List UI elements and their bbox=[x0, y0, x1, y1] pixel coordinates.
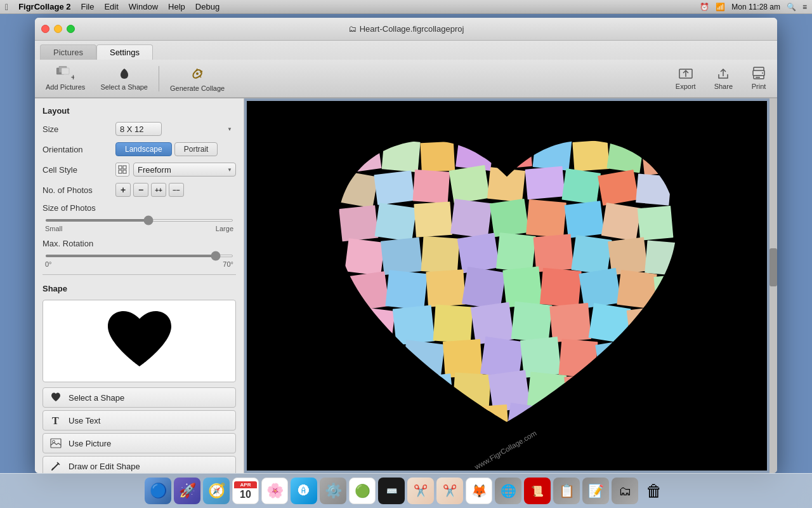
cell-style-select[interactable]: Freeform Grid Mosaic bbox=[133, 163, 236, 177]
menubar-control-center-icon[interactable]: ≡ bbox=[802, 3, 807, 11]
use-picture-button[interactable]: Use Picture bbox=[43, 433, 236, 453]
vertical-scrollbar[interactable] bbox=[769, 98, 777, 473]
export-icon bbox=[678, 67, 693, 81]
svg-rect-42 bbox=[561, 168, 601, 204]
toolbar-share[interactable]: Share bbox=[707, 67, 740, 90]
menu-help[interactable]: Help bbox=[168, 2, 185, 11]
dock-notes[interactable]: 📝 bbox=[582, 478, 609, 504]
size-photos-small-label: Small bbox=[45, 225, 63, 232]
svg-rect-66 bbox=[462, 267, 506, 310]
menu-edit[interactable]: Edit bbox=[104, 2, 118, 11]
cell-style-select-wrapper: Freeform Grid Mosaic bbox=[133, 163, 236, 177]
no-photos-row: No. of Photos + − ++ −− bbox=[43, 183, 236, 197]
dock-mail[interactable]: 📋 bbox=[553, 478, 580, 504]
titlebar: 🗂 Heart-Collage.figrcollageproj bbox=[35, 18, 777, 41]
layout-section: Layout Size 8 X 12 4 X 6 5 X 7 8 X 10 11… bbox=[43, 106, 236, 268]
size-row: Size 8 X 12 4 X 6 5 X 7 8 X 10 11 X 14 bbox=[43, 122, 236, 136]
toolbar-print[interactable]: Print bbox=[743, 67, 774, 90]
dock: 🔵 🚀 🧭 APR 10 🌸 🅐 ⚙️ 🟢 ⌨️ ✂️ ✂️ 🦊 🌐 📜 📋 📝… bbox=[0, 473, 812, 508]
toolbar-generate-collage[interactable]: Generate Collage bbox=[162, 65, 232, 92]
menubar-time: Mon 11:28 am bbox=[731, 3, 780, 11]
menubar-right: ⏰ 📶 Mon 11:28 am 🔍 ≡ bbox=[700, 0, 807, 14]
close-button[interactable] bbox=[41, 25, 49, 33]
shape-title: Shape bbox=[43, 284, 236, 293]
dock-calendar[interactable]: APR 10 bbox=[232, 478, 259, 504]
tab-pictures[interactable]: Pictures bbox=[40, 44, 96, 60]
portrait-button[interactable]: Portrait bbox=[174, 142, 218, 156]
landscape-button[interactable]: Landscape bbox=[115, 142, 172, 156]
dock-safari[interactable]: 🧭 bbox=[203, 478, 230, 504]
svg-rect-43 bbox=[598, 170, 639, 206]
dock-appstore[interactable]: 🅐 bbox=[291, 478, 317, 504]
size-label: Size bbox=[43, 124, 115, 134]
dock-firefox[interactable]: 🦊 bbox=[466, 478, 492, 504]
cell-style-controls: Freeform Grid Mosaic bbox=[115, 163, 236, 177]
dock-terminal[interactable]: ⌨️ bbox=[378, 478, 405, 504]
dock-script[interactable]: 📜 bbox=[524, 478, 551, 504]
use-picture-btn-icon bbox=[49, 437, 62, 450]
dock-launchpad[interactable]: 🚀 bbox=[174, 478, 200, 504]
max-rotation-row: Max. Rotation 0° 70° bbox=[43, 239, 236, 268]
heart-preview-svg bbox=[102, 306, 178, 376]
photos-btn-plusplus[interactable]: ++ bbox=[151, 183, 166, 197]
toolbar-select-shape[interactable]: Select a Shape bbox=[93, 66, 155, 91]
canvas-area: www.FigrCollage.com bbox=[244, 98, 777, 473]
photos-btn-minus[interactable]: − bbox=[133, 183, 148, 197]
svg-rect-33 bbox=[572, 140, 609, 171]
app-name[interactable]: FigrCollage 2 bbox=[18, 2, 70, 11]
apple-menu[interactable]:  bbox=[5, 2, 8, 12]
size-select[interactable]: 8 X 12 4 X 6 5 X 7 8 X 10 11 X 14 bbox=[115, 122, 162, 136]
max-rotation-label: Max. Rotation bbox=[43, 239, 236, 248]
max-rotation-slider[interactable] bbox=[45, 255, 233, 257]
dock-figr2[interactable]: ✂️ bbox=[436, 478, 463, 504]
size-photos-slider-container: Small Large bbox=[43, 214, 236, 232]
photos-btn-plus[interactable]: + bbox=[115, 183, 131, 197]
toolbar-export[interactable]: Export bbox=[668, 67, 704, 90]
use-text-button[interactable]: T Use Text bbox=[43, 410, 236, 431]
shape-section: Shape Select a Shape bbox=[43, 284, 236, 473]
svg-text:T: T bbox=[52, 415, 59, 426]
maximize-button[interactable] bbox=[67, 25, 75, 33]
svg-rect-76 bbox=[511, 302, 553, 343]
dock-trash[interactable]: 🗑 bbox=[641, 478, 667, 504]
dock-figr1[interactable]: ✂️ bbox=[407, 478, 434, 504]
minimize-button[interactable] bbox=[54, 25, 62, 33]
dock-chrome2[interactable]: 🌐 bbox=[495, 478, 521, 504]
tabs-bar: Pictures Settings bbox=[35, 41, 777, 60]
select-shape-button[interactable]: Select a Shape bbox=[43, 387, 236, 408]
share-icon bbox=[716, 67, 730, 81]
size-photos-label: Size of Photos bbox=[43, 203, 236, 213]
select-shape-btn-label: Select a Shape bbox=[69, 393, 124, 403]
menubar-search-icon[interactable]: 🔍 bbox=[787, 3, 796, 11]
scrollbar-thumb[interactable] bbox=[769, 248, 777, 286]
menu-file[interactable]: File bbox=[81, 2, 94, 11]
size-select-wrapper: 8 X 12 4 X 6 5 X 7 8 X 10 11 X 14 bbox=[115, 122, 236, 136]
draw-edit-button[interactable]: Draw or Edit Shape bbox=[43, 456, 236, 473]
dock-system-preferences[interactable]: ⚙️ bbox=[320, 478, 346, 504]
cell-style-icon[interactable] bbox=[115, 163, 129, 177]
photos-btn-minusminus[interactable]: −− bbox=[169, 183, 184, 197]
main-content: Layout Size 8 X 12 4 X 6 5 X 7 8 X 10 11… bbox=[35, 98, 777, 473]
svg-rect-2 bbox=[62, 68, 69, 74]
svg-rect-55 bbox=[381, 237, 422, 275]
dock-finder[interactable]: 🔵 bbox=[145, 478, 171, 504]
svg-rect-14 bbox=[756, 77, 760, 78]
rotation-min-label: 0° bbox=[45, 260, 52, 268]
size-photos-slider[interactable] bbox=[45, 219, 233, 222]
menu-debug[interactable]: Debug bbox=[195, 2, 219, 11]
add-pictures-label: Add Pictures bbox=[46, 83, 85, 91]
svg-rect-73 bbox=[393, 305, 435, 345]
dock-browser[interactable]: 🗂 bbox=[612, 478, 638, 504]
svg-rect-77 bbox=[549, 303, 591, 342]
cell-style-label: Cell Style bbox=[43, 165, 115, 175]
svg-rect-69 bbox=[579, 268, 621, 309]
toolbar-right: Export Share bbox=[668, 67, 774, 90]
tab-settings[interactable]: Settings bbox=[96, 44, 153, 60]
generate-collage-icon bbox=[188, 65, 206, 83]
toolbar-add-pictures[interactable]: + Add Pictures bbox=[38, 66, 93, 91]
cell-style-row: Cell Style Freeform bbox=[43, 163, 236, 177]
menu-window[interactable]: Window bbox=[129, 2, 158, 11]
svg-rect-29 bbox=[420, 142, 455, 172]
dock-chrome[interactable]: 🟢 bbox=[349, 478, 376, 504]
dock-photos[interactable]: 🌸 bbox=[261, 478, 288, 504]
